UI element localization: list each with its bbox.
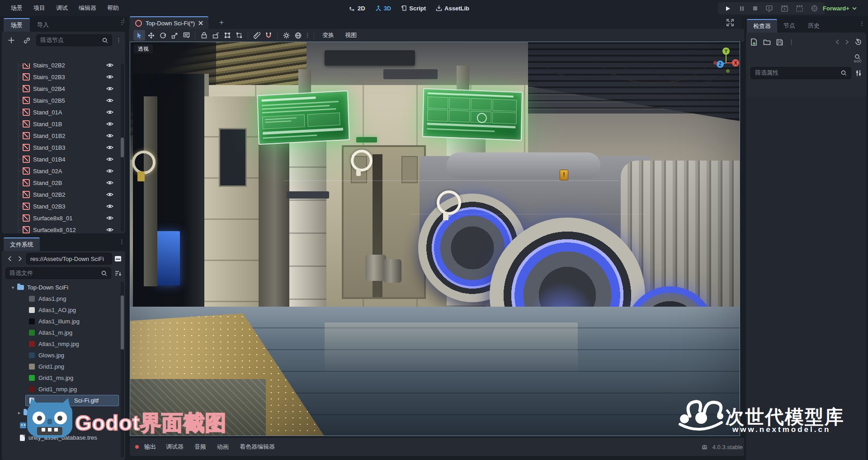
edit-forward-icon[interactable] <box>845 39 849 45</box>
file-row[interactable]: Atlas1.png <box>2 293 125 304</box>
visibility-eye-icon[interactable] <box>106 121 113 127</box>
tree-row[interactable]: Stairs_02B5 <box>2 95 125 106</box>
panel-debugger[interactable]: 调试器 <box>161 443 188 451</box>
select-tool-button[interactable] <box>133 30 145 41</box>
axis-gizmo[interactable]: Y X Z <box>712 45 740 74</box>
visibility-eye-icon[interactable] <box>106 63 113 68</box>
visibility-eye-icon[interactable] <box>106 98 113 103</box>
visibility-eye-icon[interactable] <box>106 180 113 185</box>
scene-tree-scrollbar[interactable] <box>121 63 124 232</box>
dock-menu-icon[interactable]: ⋮ <box>119 241 125 243</box>
unlock-object-button[interactable] <box>210 30 222 41</box>
remote-debug-icon[interactable] <box>766 5 773 12</box>
scene-tree[interactable]: Stairs_02B2 Stairs_02B3 Stairs_02B4 Stai… <box>2 63 125 233</box>
file-row[interactable]: Grid1.png <box>2 361 125 372</box>
menu-scene[interactable]: 场景 <box>6 4 27 12</box>
move-tool-button[interactable] <box>145 30 157 41</box>
tree-row[interactable]: Stand_02B3 <box>2 200 125 212</box>
tab-import[interactable]: 导入 <box>30 19 56 31</box>
tree-row[interactable]: Surface8x8_01 <box>2 212 125 224</box>
tree-row[interactable]: Surface8x8_012 <box>2 224 125 233</box>
preview-environment-button[interactable] <box>292 30 304 41</box>
file-filter-field[interactable]: 筛选文件 <box>5 267 111 279</box>
movie-maker-icon[interactable] <box>811 5 818 12</box>
visibility-eye-icon[interactable] <box>106 133 113 138</box>
edit-back-icon[interactable] <box>835 39 840 45</box>
view-menu[interactable]: 视图 <box>340 31 362 39</box>
dock-menu-icon[interactable]: ⋮ <box>859 23 865 24</box>
panel-shader-editor[interactable]: 着色器编辑器 <box>235 443 279 451</box>
visibility-eye-icon[interactable] <box>106 192 113 197</box>
transform-menu[interactable]: 变换 <box>317 31 340 39</box>
perspective-label[interactable]: 透视 <box>134 44 153 53</box>
tree-row[interactable]: Stand_01A <box>2 106 125 118</box>
folder-row-root[interactable]: ▾ Top-Down SciFi <box>2 282 125 293</box>
tree-row[interactable]: Stand_01B <box>2 118 125 130</box>
viewport-3d[interactable]: ! 透视 Y X Z <box>130 42 740 436</box>
visibility-eye-icon[interactable] <box>106 109 113 115</box>
edit-history-icon[interactable] <box>854 38 862 46</box>
play-scene-button[interactable] <box>781 5 788 12</box>
preview-menu-icon[interactable]: ⋮ <box>304 30 311 41</box>
snap-toggle-button[interactable] <box>263 30 274 41</box>
scene-filter-field[interactable]: 筛选节点 <box>36 34 112 46</box>
toggle-split-mode-icon[interactable] <box>114 255 122 262</box>
renderer-selector[interactable]: Forward+ <box>823 0 857 16</box>
ungroup-selected-button[interactable] <box>233 30 245 41</box>
visibility-eye-icon[interactable] <box>106 204 113 209</box>
panel-animation[interactable]: 动画 <box>212 443 233 451</box>
close-tab-icon[interactable] <box>198 21 203 25</box>
version-label[interactable]: 4.0.3.stable <box>712 444 743 451</box>
chevron-down-icon[interactable]: ▾ <box>12 285 17 290</box>
sort-files-icon[interactable] <box>115 270 122 276</box>
tab-filesystem[interactable]: 文件系统 <box>4 237 40 251</box>
rotate-tool-button[interactable] <box>157 30 169 41</box>
tree-row[interactable]: Stand_02A <box>2 165 125 177</box>
panel-audio[interactable]: 音频 <box>190 443 211 451</box>
visibility-eye-icon[interactable] <box>106 74 113 80</box>
visibility-eye-icon[interactable] <box>106 168 113 174</box>
file-row[interactable]: Atlas1_nmp.jpg <box>2 338 125 350</box>
visibility-eye-icon[interactable] <box>106 145 113 150</box>
file-row[interactable]: Atlas1_AO.jpg <box>2 304 125 316</box>
stop-button[interactable] <box>753 6 758 11</box>
tab-scene[interactable]: 场景 <box>4 18 30 32</box>
scale-tool-button[interactable] <box>169 30 180 41</box>
tab-node[interactable]: 节点 <box>777 19 802 32</box>
file-row[interactable]: Atlas1_m.jpg <box>2 327 125 338</box>
path-bar[interactable]: res://Assets/Top-Down SciFi <box>26 253 112 265</box>
menu-help[interactable]: 帮助 <box>103 4 123 12</box>
file-row[interactable]: Grid1_ms.jpg <box>2 372 125 384</box>
lock-object-button[interactable] <box>198 30 210 41</box>
group-selected-button[interactable] <box>222 30 233 41</box>
scene-tab[interactable]: Top-Down Sci-Fi(*) <box>130 16 208 29</box>
tab-history[interactable]: 历史 <box>802 19 826 32</box>
file-row[interactable]: Glows.jpg <box>2 350 125 361</box>
list-select-button[interactable] <box>180 30 192 41</box>
tree-row[interactable]: Stand_01B2 <box>2 130 125 142</box>
pause-button[interactable] <box>739 6 745 11</box>
menu-debug[interactable]: 调试 <box>52 4 72 12</box>
tree-row[interactable]: Stairs_02B3 <box>2 71 125 83</box>
tree-row[interactable]: Stand_01B3 <box>2 142 125 153</box>
visibility-eye-icon[interactable] <box>106 227 113 232</box>
property-tools-icon[interactable] <box>855 70 862 76</box>
history-forward-button[interactable] <box>16 253 24 264</box>
workspace-script[interactable]: Script <box>401 5 426 12</box>
visibility-eye-icon[interactable] <box>106 215 113 221</box>
workspace-assetlib[interactable]: AssetLib <box>436 5 469 12</box>
open-docs-icon[interactable]: DOC <box>854 54 862 63</box>
ruler-tool-button[interactable] <box>251 30 263 41</box>
resource-menu-icon[interactable]: ⋮ <box>788 41 794 43</box>
workspace-3d[interactable]: 3D <box>375 5 392 12</box>
instance-scene-button[interactable] <box>21 35 33 46</box>
history-back-button[interactable] <box>5 253 14 264</box>
scene-tree-menu-icon[interactable]: ⋮ <box>116 39 122 41</box>
visibility-eye-icon[interactable] <box>106 156 113 162</box>
play-button[interactable] <box>725 5 731 12</box>
tree-row[interactable]: Stand_02B <box>2 177 125 189</box>
save-resource-icon[interactable] <box>776 39 783 46</box>
add-node-button[interactable] <box>5 35 17 46</box>
tree-row[interactable]: Stairs_02B4 <box>2 83 125 95</box>
tab-list-menu-icon[interactable]: ⋮ <box>121 20 127 22</box>
